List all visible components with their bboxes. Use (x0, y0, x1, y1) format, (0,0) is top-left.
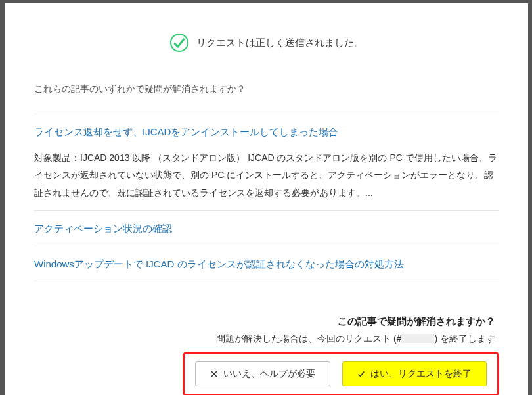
article-item: アクティベーション状況の確認 (34, 210, 499, 246)
request-confirm-modal: リクエストは正しく送信されました。 これらの記事のいずれかで疑問が解消されますか… (5, 3, 528, 395)
confirm-question: この記事で疑問が解消されますか？ (34, 315, 499, 328)
request-id-redacted (401, 334, 434, 343)
no-button-label: いいえ、ヘルプが必要 (223, 368, 315, 380)
confirm-subtext: 問題が解決した場合は、今回のリクエスト (#) を終了します (34, 333, 499, 345)
success-check-icon (170, 34, 188, 52)
article-toggle[interactable]: アクティベーション状況の確認 (34, 221, 499, 237)
yes-close-request-button[interactable]: はい、リクエストを終了 (342, 361, 487, 386)
article-body: 対象製品：IJCAD 2013 以降 （スタンドアロン版） IJCAD のスタン… (34, 149, 499, 202)
article-item: Windowsアップデートで IJCAD のライセンスが認証されなくなった場合の… (34, 246, 499, 282)
check-icon (357, 370, 365, 378)
confirm-sub-pre: 問題が解決した場合は、今回のリクエスト (# (216, 333, 401, 344)
article-title: Windowsアップデートで IJCAD のライセンスが認証されなくなった場合の… (34, 257, 404, 272)
x-icon (210, 370, 218, 378)
button-row-highlight: いいえ、ヘルプが必要 はい、リクエストを終了 (183, 352, 499, 395)
confirm-block: この記事で疑問が解消されますか？ 問題が解決した場合は、今回のリクエスト (#)… (34, 315, 499, 395)
article-toggle[interactable]: ライセンス返却をせず、IJCADをアンインストールしてしまった場合 (34, 125, 499, 140)
article-item: ライセンス返却をせず、IJCADをアンインストールしてしまった場合 対象製品：I… (34, 114, 499, 210)
success-banner: リクエストは正しく送信されました。 (34, 34, 499, 52)
article-title: アクティベーション状況の確認 (34, 221, 172, 237)
yes-button-label: はい、リクエストを終了 (370, 368, 472, 380)
articles-prompt: これらの記事のいずれかで疑問が解消されますか？ (34, 83, 499, 95)
article-title: ライセンス返却をせず、IJCADをアンインストールしてしまった場合 (34, 125, 338, 140)
success-message: リクエストは正しく送信されました。 (196, 37, 364, 49)
confirm-sub-post: ) を終了します (434, 333, 495, 344)
article-toggle[interactable]: Windowsアップデートで IJCAD のライセンスが認証されなくなった場合の… (34, 257, 499, 272)
no-help-needed-button[interactable]: いいえ、ヘルプが必要 (195, 361, 330, 386)
